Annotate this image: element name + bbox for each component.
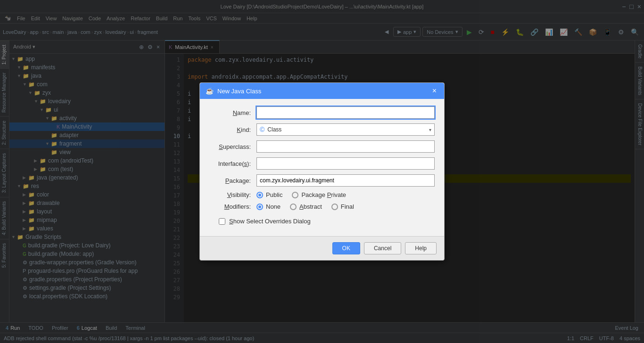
dialog-name-input[interactable] xyxy=(256,106,435,119)
dialog-kind-row: Kind: © Class ▾ xyxy=(209,123,435,136)
dialog-modifiers-label: Modifiers: xyxy=(209,203,256,210)
dialog-ok-button[interactable]: OK xyxy=(332,242,360,254)
radio-final-dot xyxy=(331,204,338,210)
dialog-interface-input[interactable] xyxy=(256,157,435,170)
dialog-name-label: Name: xyxy=(209,109,256,116)
dialog-package-row: Package: xyxy=(209,174,435,187)
kind-class-icon: © xyxy=(260,126,264,133)
dialog-checkbox-row: Show Select Overrides Dialog xyxy=(209,218,435,225)
radio-abstract-label: Abstract xyxy=(299,203,322,210)
dialog-superclass-label: Superclass: xyxy=(209,143,256,150)
radio-abstract[interactable]: Abstract xyxy=(290,203,322,210)
radio-final[interactable]: Final xyxy=(331,203,354,210)
radio-none-label: None xyxy=(266,203,281,210)
dialog-visibility-label: Visibility: xyxy=(209,191,256,198)
dialog-close-button[interactable]: × xyxy=(430,87,438,95)
dialog-interface-row: Interface(s): xyxy=(209,157,435,170)
dialog-kind-label: Kind: xyxy=(209,126,256,133)
radio-none[interactable]: None xyxy=(256,203,281,210)
kind-dropdown-arrow: ▾ xyxy=(429,127,431,132)
dialog-superclass-row: Superclass: xyxy=(209,140,435,153)
dialog-java-icon: ☕ xyxy=(206,87,214,95)
dialog-title: New Java Class xyxy=(217,88,427,95)
dialog-checkbox-label: Show Select Overrides Dialog xyxy=(229,218,311,225)
radio-public-dot xyxy=(256,192,263,198)
radio-package-private-label: Package Private xyxy=(301,191,346,198)
radio-none-dot xyxy=(256,204,263,210)
dialog-visibility-group: Public Package Private xyxy=(256,191,435,198)
dialog-modifiers-row: Modifiers: None Abstract Final xyxy=(209,203,435,210)
radio-public-label: Public xyxy=(266,191,282,198)
dialog-modifiers-group: None Abstract Final xyxy=(256,203,435,210)
dialog-name-row: Name: xyxy=(209,106,435,119)
dialog-package-label: Package: xyxy=(209,177,256,184)
radio-public[interactable]: Public xyxy=(256,191,282,198)
dialog-visibility-row: Visibility: Public Package Private xyxy=(209,191,435,198)
dialog-kind-select[interactable]: © Class ▾ xyxy=(256,123,435,136)
dialog-cancel-button[interactable]: Cancel xyxy=(364,242,401,254)
radio-package-private[interactable]: Package Private xyxy=(292,191,346,198)
new-java-class-dialog: ☕ New Java Class × Name: Kind: © C xyxy=(199,82,445,261)
dialog-body: Name: Kind: © Class ▾ xyxy=(200,99,444,236)
dialog-package-input[interactable] xyxy=(256,174,435,187)
dialog-overlay: ☕ New Java Class × Name: Kind: © C xyxy=(0,0,644,343)
dialog-interface-label: Interface(s): xyxy=(209,160,256,167)
radio-abstract-dot xyxy=(290,204,297,210)
show-overrides-checkbox[interactable] xyxy=(219,218,225,225)
dialog-kind-value: Class xyxy=(267,126,281,133)
radio-final-label: Final xyxy=(341,203,354,210)
dialog-footer: OK Cancel Help xyxy=(200,236,444,260)
dialog-titlebar: ☕ New Java Class × xyxy=(200,83,444,99)
radio-package-private-dot xyxy=(292,192,298,198)
dialog-superclass-input[interactable] xyxy=(256,140,435,153)
dialog-help-button[interactable]: Help xyxy=(405,242,437,254)
